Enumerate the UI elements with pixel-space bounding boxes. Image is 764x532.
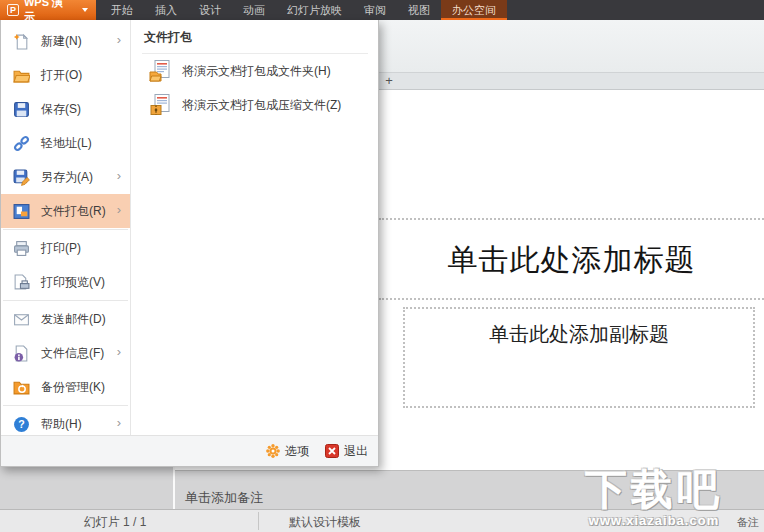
tab-design[interactable]: 设计	[188, 0, 232, 20]
menu-item-label: 另存为(A)	[41, 169, 93, 186]
slide-title-placeholder[interactable]: 单击此处添加标题	[379, 240, 764, 281]
submenu-title: 文件打包	[142, 27, 368, 54]
menu-item-label: 打印预览(V)	[41, 274, 105, 291]
menu-item-print[interactable]: 打印(P)	[1, 231, 130, 265]
file-menu-dropdown: 新建(N) 打开(O) 保存(S) 轻地址(L)	[0, 20, 379, 467]
menu-item-file-package[interactable]: 文件打包(R)	[1, 194, 130, 228]
menu-item-send-mail[interactable]: 发送邮件(D)	[1, 302, 130, 336]
help-icon: ?	[13, 416, 30, 433]
backup-icon	[13, 379, 30, 396]
slide-subtitle-placeholder-box[interactable]: 单击此处添加副标题	[403, 307, 755, 408]
options-button-label: 选项	[285, 443, 309, 460]
title-placeholder-top-border	[379, 218, 764, 220]
status-right-label: 备注	[737, 515, 759, 530]
menu-separator	[3, 229, 128, 230]
tab-review[interactable]: 审阅	[353, 0, 397, 20]
chevron-down-icon	[82, 8, 88, 12]
tab-office-space[interactable]: 办公空间	[441, 0, 507, 20]
mail-icon	[13, 311, 30, 328]
menu-separator	[3, 405, 128, 406]
submenu-item-label: 将演示文档打包成文件夹(H)	[182, 63, 331, 80]
status-bar: 幻灯片 1 / 1 默认设计模板 备注	[0, 509, 764, 532]
menu-item-save-as[interactable]: 另存为(A)	[1, 160, 130, 194]
menu-item-print-preview[interactable]: 打印预览(V)	[1, 265, 130, 299]
options-button[interactable]: 选项	[266, 443, 309, 460]
tab-view[interactable]: 视图	[397, 0, 441, 20]
menu-item-label: 文件打包(R)	[41, 203, 106, 220]
title-menu-bar: P WPS 演示 开始 插入 设计 动画 幻灯片放映 审阅 视图 办公空间	[0, 0, 764, 20]
slide-subtitle-placeholder[interactable]: 单击此处添加副标题	[405, 321, 753, 348]
menu-item-new[interactable]: 新建(N)	[1, 24, 130, 58]
file-menu-footer: 选项 退出	[1, 435, 378, 466]
notes-placeholder[interactable]: 单击添加备注	[185, 489, 263, 507]
submenu-item-package-to-folder[interactable]: 将演示文档打包成文件夹(H)	[142, 54, 368, 88]
open-folder-icon	[13, 67, 30, 84]
print-preview-icon	[13, 274, 30, 291]
title-placeholder-bottom-border	[379, 298, 764, 300]
new-document-icon	[13, 33, 30, 50]
submenu-item-label: 将演示文档打包成压缩文件(Z)	[182, 97, 341, 114]
link-icon	[13, 135, 30, 152]
printer-icon	[13, 240, 30, 257]
menu-item-file-info[interactable]: 文件信息(F)	[1, 336, 130, 370]
file-info-icon	[13, 345, 30, 362]
exit-button-label: 退出	[344, 443, 368, 460]
wps-presentation-window: + 单击此处添加标题 单击此处添加副标题 单击添加备注 幻灯片 1 / 1 默认…	[0, 0, 764, 532]
menu-item-label: 保存(S)	[41, 101, 81, 118]
submenu-item-package-to-zip[interactable]: 将演示文档打包成压缩文件(Z)	[142, 88, 368, 122]
menu-item-label: 文件信息(F)	[41, 345, 104, 362]
package-to-folder-icon	[148, 59, 172, 83]
file-menu-list: 新建(N) 打开(O) 保存(S) 轻地址(L)	[1, 20, 131, 436]
notes-panel[interactable]: 单击添加备注	[175, 470, 764, 509]
file-package-submenu: 文件打包 将演示文档打包成文件夹(H) 将演示文档打包成压缩文件(Z)	[132, 20, 378, 436]
menu-item-save[interactable]: 保存(S)	[1, 92, 130, 126]
menu-item-label: 打开(O)	[41, 67, 82, 84]
ribbon-tabs: 开始 插入 设计 动画 幻灯片放映 审阅 视图 办公空间	[100, 0, 507, 20]
tab-home[interactable]: 开始	[100, 0, 144, 20]
new-document-tab-button[interactable]: +	[380, 73, 398, 89]
tab-animation[interactable]: 动画	[232, 0, 276, 20]
menu-item-label: 备份管理(K)	[41, 379, 105, 396]
menu-item-label: 轻地址(L)	[41, 135, 92, 152]
exit-button[interactable]: 退出	[325, 443, 368, 460]
menu-item-backup-manager[interactable]: 备份管理(K)	[1, 370, 130, 404]
wps-logo-icon: P	[7, 4, 19, 16]
file-package-icon	[13, 203, 30, 220]
menu-item-label: 帮助(H)	[41, 416, 82, 433]
save-icon	[13, 101, 30, 118]
menu-item-label: 打印(P)	[41, 240, 81, 257]
design-template-name[interactable]: 默认设计模板	[258, 514, 392, 531]
wps-app-menu-button[interactable]: P WPS 演示	[0, 0, 96, 20]
menu-item-label: 新建(N)	[41, 33, 82, 50]
menu-separator	[3, 300, 128, 301]
menu-item-light-address[interactable]: 轻地址(L)	[1, 126, 130, 160]
tab-insert[interactable]: 插入	[144, 0, 188, 20]
gear-icon	[266, 444, 280, 458]
close-icon	[325, 444, 339, 458]
slide-counter: 幻灯片 1 / 1	[0, 514, 230, 531]
package-to-zip-icon	[148, 93, 172, 117]
save-as-icon	[13, 169, 30, 186]
menu-item-label: 发送邮件(D)	[41, 311, 106, 328]
svg-text:?: ?	[18, 418, 24, 430]
menu-item-open[interactable]: 打开(O)	[1, 58, 130, 92]
tab-slideshow[interactable]: 幻灯片放映	[276, 0, 353, 20]
